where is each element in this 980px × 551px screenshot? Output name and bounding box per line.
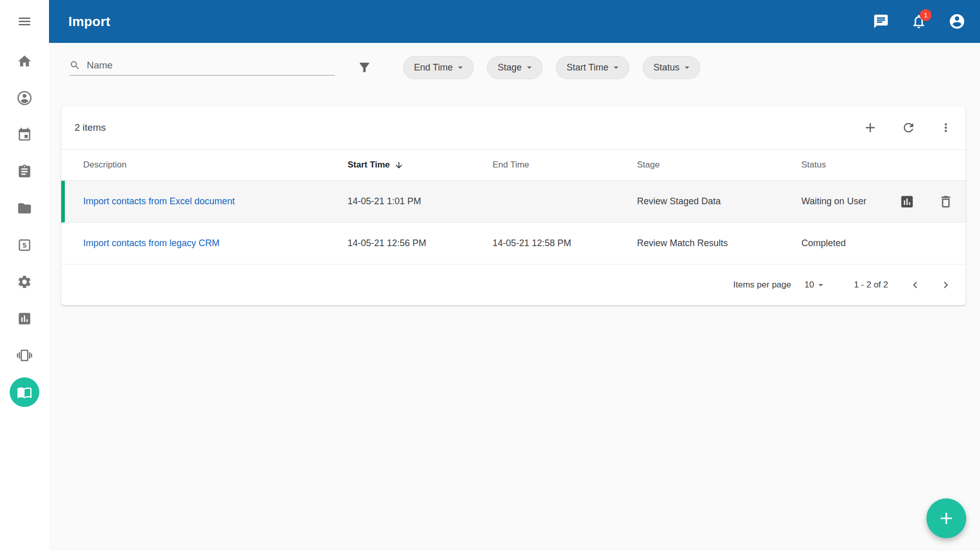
chevron-down-icon [524,62,535,73]
svg-text:5: 5 [22,242,27,249]
cell-stage: Review Match Results [637,238,801,249]
menu-button[interactable] [17,14,32,29]
cell-status: Waiting on User [801,196,898,207]
delete-button[interactable] [938,194,953,209]
filter-button[interactable] [357,60,372,75]
open-book-icon [10,377,39,407]
next-page-button[interactable] [939,278,952,292]
cell-status: Completed [801,238,898,249]
table-row: Import contacts from Excel document 14-0… [61,181,966,223]
cell-end-time: 14-05-21 12:58 PM [493,238,637,249]
paginator: Items per page 10 1 - 2 of 2 [61,265,966,305]
bar-chart-icon [17,311,32,326]
chevron-down-icon [681,62,693,73]
filter-chip-stage[interactable]: Stage [487,56,543,79]
view-stats-button[interactable] [899,194,915,209]
trash-icon [938,194,953,209]
cell-start-time: 14-05-21 1:01 PM [348,196,493,207]
column-header-end-time[interactable]: End Time [493,160,637,170]
account-button[interactable] [948,13,966,30]
kebab-menu-icon [939,121,952,134]
items-per-page-select[interactable]: 10 [804,279,826,291]
column-header-start-time[interactable]: Start Time [348,160,493,170]
filter-chip-start-time[interactable]: Start Time [556,56,629,79]
chip-label: End Time [414,62,453,73]
plus-icon [937,509,956,528]
chip-label: Stage [498,62,522,73]
funnel-icon [357,60,372,75]
sidebar-item-documents[interactable] [0,190,49,227]
person-circle-icon [17,90,32,106]
chip-label: Status [653,62,679,73]
search-input[interactable] [87,60,335,71]
sidebar-item-contacts[interactable] [0,80,49,116]
sort-descending-icon [394,160,404,170]
sidebar-item-reports[interactable] [0,300,49,337]
sidebar-item-calendar[interactable] [0,116,49,153]
cell-stage: Review Staged Data [637,196,801,207]
plus-icon [863,120,878,135]
chevron-down-icon [815,279,826,291]
items-count: 2 items [75,122,106,133]
bar-chart-icon [899,194,915,209]
sidebar-item-settings[interactable] [0,263,49,300]
add-import-button[interactable] [863,120,878,135]
page-title: Import [68,14,110,30]
refresh-icon [901,121,916,135]
chevron-down-icon [455,62,466,73]
avatar-icon [948,13,966,30]
sidebar-item-five[interactable]: 5 [0,227,49,263]
import-list-card: 2 items De [61,106,966,305]
items-per-page-label: Items per page [733,280,791,290]
column-label: Start Time [348,160,390,170]
cell-start-time: 14-05-21 12:56 PM [348,238,493,249]
calendar-icon [17,127,32,142]
sidebar-item-home[interactable] [0,43,49,80]
chat-icon [873,13,889,30]
import-job-link[interactable]: Import contacts from Excel document [83,196,235,206]
sidebar-item-import[interactable] [0,374,49,411]
sidebar-nav: 5 [0,43,49,411]
more-options-button[interactable] [939,121,952,134]
import-job-link[interactable]: Import contacts from legacy CRM [83,238,219,248]
filter-chip-end-time[interactable]: End Time [403,56,474,79]
sidebar: 5 [0,0,49,551]
previous-page-button[interactable] [909,278,922,292]
chat-button[interactable] [873,13,889,30]
chevron-right-icon [939,278,952,292]
column-header-stage[interactable]: Stage [637,160,801,170]
sidebar-item-tasks[interactable] [0,153,49,190]
fab-add-button[interactable] [926,498,966,538]
home-icon [17,54,32,69]
number-5-icon: 5 [17,237,32,253]
notification-badge: 1 [920,9,932,21]
refresh-button[interactable] [901,121,916,135]
search-field [69,60,335,76]
column-header-description[interactable]: Description [83,160,348,170]
table-row: Import contacts from legacy CRM 14-05-21… [61,223,966,265]
table-header-row: Description Start Time End Time Stage St… [61,149,966,181]
clipboard-icon [17,164,32,179]
chevron-down-icon [610,62,622,73]
search-icon [69,60,81,71]
hamburger-icon [17,14,32,29]
filter-bar: End Time Stage Start Time Status [49,43,980,92]
page-range: 1 - 2 of 2 [854,280,888,290]
filter-chip-status[interactable]: Status [643,56,700,79]
gear-icon [17,274,32,290]
notifications-button[interactable]: 1 [911,13,927,30]
vibration-icon [17,348,32,363]
chip-label: Start Time [567,62,608,73]
chevron-left-icon [909,278,922,292]
filter-chips: End Time Stage Start Time Status [403,56,700,79]
column-header-status[interactable]: Status [801,160,898,170]
items-per-page-value: 10 [804,280,814,290]
folder-icon [17,201,32,216]
top-app-bar: Import 1 [49,0,980,43]
sidebar-item-vibration[interactable] [0,337,49,374]
